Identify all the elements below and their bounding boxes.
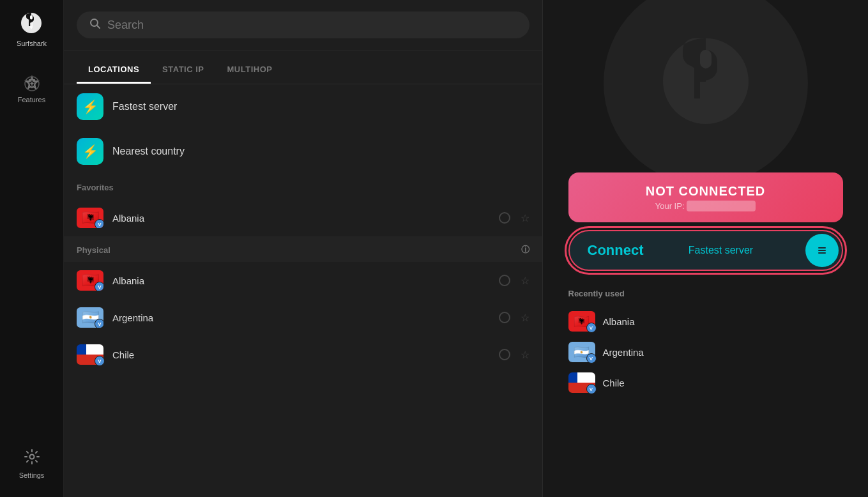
features-icon — [22, 74, 42, 93]
chile-radio[interactable] — [499, 349, 510, 360]
app-logo: Surfshark — [17, 10, 47, 47]
ip-value: ██████████ — [687, 201, 756, 211]
features-label: Features — [18, 96, 45, 103]
ip-label: Your IP: — [655, 201, 685, 211]
virtual-badge-argentina-recent: V — [586, 353, 597, 363]
albania-name-physical: Albania — [112, 275, 490, 286]
chile-star[interactable]: ☆ — [521, 349, 529, 361]
app-name-label: Surfshark — [17, 40, 47, 47]
fastest-server-item[interactable]: ⚡ Fastest server — [64, 84, 542, 129]
albania-flag-favorite: 🇦🇱 V — [77, 208, 103, 228]
argentina-radio[interactable] — [499, 312, 510, 323]
tabs-bar: LOCATIONS STATIC IP MULTIHOP — [64, 50, 542, 84]
chile-actions: ☆ — [499, 349, 529, 361]
sidebar-item-features[interactable]: Features — [6, 66, 57, 111]
albania-actions-favorite: ☆ — [499, 212, 529, 224]
connect-label: Connect — [588, 242, 644, 259]
sidebar: Surfshark Features Settings — [0, 0, 64, 497]
argentina-recent-name: Argentina — [603, 347, 644, 358]
fastest-server-label: Fastest server — [112, 101, 177, 112]
virtual-badge-albania: V — [95, 282, 103, 291]
search-input-wrap[interactable] — [77, 11, 529, 38]
connect-server-label: Fastest server — [689, 245, 753, 256]
favorites-section-header: Favorites — [64, 174, 542, 199]
argentina-name: Argentina — [112, 312, 490, 323]
list-item[interactable]: 🇦🇷 V Argentina — [568, 337, 843, 367]
argentina-actions: ☆ — [499, 312, 529, 324]
albania-flag-physical: 🇦🇱 V — [77, 270, 103, 291]
list-item[interactable]: 🇦🇷 V Argentina ☆ — [64, 299, 542, 336]
tab-locations[interactable]: LOCATIONS — [77, 59, 151, 84]
virtual-badge-argentina: V — [95, 319, 103, 328]
not-connected-banner: NOT CONNECTED Your IP: ██████████ — [568, 172, 843, 222]
server-list: ⚡ Fastest server ⚡ Nearest country Favor… — [64, 84, 542, 497]
virtual-badge-chile-recent: V — [586, 384, 597, 394]
right-panel: NOT CONNECTED Your IP: ██████████ Connec… — [543, 0, 868, 497]
status-badge: NOT CONNECTED — [607, 184, 805, 199]
list-item[interactable]: V Chile — [568, 367, 843, 398]
albania-radio-favorite[interactable] — [499, 212, 510, 224]
physical-info-icon[interactable]: ⓘ — [521, 244, 529, 256]
nearest-country-item[interactable]: ⚡ Nearest country — [64, 129, 542, 174]
virtual-badge: V — [95, 219, 103, 228]
tab-static-ip[interactable]: STATIC IP — [151, 59, 215, 84]
search-input[interactable] — [107, 19, 517, 32]
albania-actions-physical: ☆ — [499, 275, 529, 287]
search-icon — [89, 18, 101, 32]
surfshark-watermark — [648, 26, 763, 141]
settings-label: Settings — [19, 471, 45, 479]
chile-name: Chile — [112, 349, 490, 360]
ip-display: Your IP: ██████████ — [607, 201, 805, 211]
menu-lines-icon — [814, 243, 830, 258]
albania-radio-physical[interactable] — [499, 275, 510, 286]
virtual-badge-chile: V — [95, 356, 105, 366]
chile-recent-name: Chile — [603, 378, 625, 388]
albania-star-physical[interactable]: ☆ — [521, 275, 529, 287]
recently-used-title: Recently used — [568, 289, 843, 298]
list-item[interactable]: 🇦🇱 V Albania — [568, 306, 843, 337]
physical-section-header: Physical ⓘ — [64, 236, 542, 262]
physical-label: Physical — [77, 245, 110, 255]
albania-name-favorite: Albania — [112, 213, 490, 224]
sidebar-settings[interactable]: Settings — [6, 441, 57, 487]
surfshark-logo-icon — [19, 10, 44, 36]
connect-button-wrap[interactable]: Connect Fastest server — [568, 230, 843, 271]
settings-icon — [24, 448, 40, 469]
albania-recent-name: Albania — [603, 316, 635, 327]
nearest-country-label: Nearest country — [112, 146, 185, 157]
list-item[interactable]: 🇦🇱 V Albania ☆ — [64, 262, 542, 299]
argentina-flag: 🇦🇷 V — [77, 307, 103, 328]
svg-point-1 — [29, 455, 34, 459]
tab-multihop[interactable]: MULTIHOP — [216, 59, 284, 84]
connect-circle-button[interactable] — [805, 234, 839, 267]
favorites-label: Favorites — [77, 183, 114, 192]
main-panel: LOCATIONS STATIC IP MULTIHOP ⚡ Fastest s… — [64, 0, 543, 497]
nearest-country-icon: ⚡ — [77, 138, 103, 165]
list-item[interactable]: 🇦🇱 V Albania ☆ — [64, 199, 542, 236]
argentina-star[interactable]: ☆ — [521, 312, 529, 324]
list-item[interactable]: V Chile ☆ — [64, 336, 542, 373]
recently-used-section: Recently used 🇦🇱 V Albania 🇦🇷 V Argentin… — [568, 289, 843, 398]
search-bar — [64, 0, 542, 50]
fastest-server-icon: ⚡ — [77, 93, 103, 120]
logo-circle-bg — [604, 0, 808, 185]
albania-star-favorite[interactable]: ☆ — [521, 212, 529, 224]
virtual-badge-albania-recent: V — [586, 323, 597, 333]
